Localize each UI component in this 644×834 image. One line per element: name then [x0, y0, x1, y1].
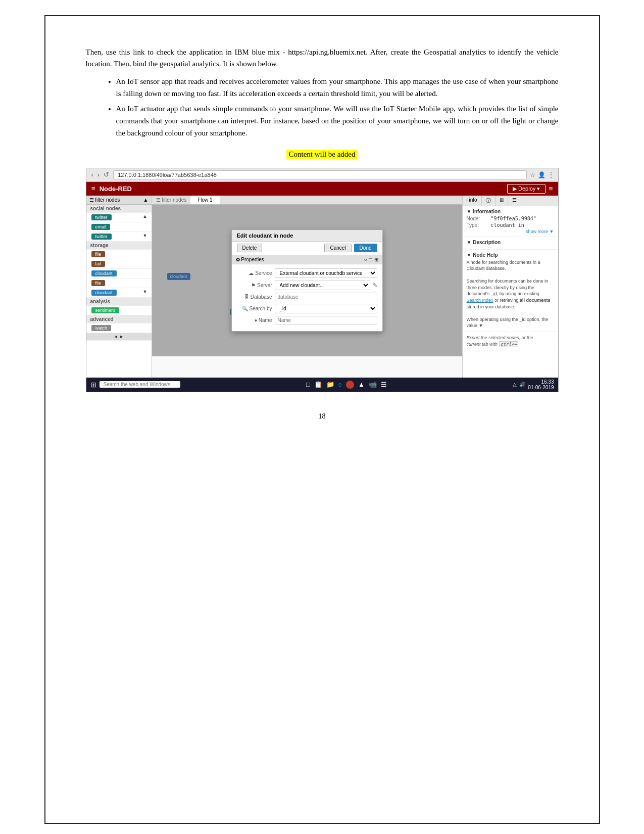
node-twitter-1[interactable]: twitter ▲: [86, 213, 152, 222]
modal-cancel-button[interactable]: Cancel: [324, 244, 351, 252]
collapse-icon[interactable]: ▲: [143, 197, 148, 203]
back-icon[interactable]: ‹: [90, 171, 94, 178]
settings-icon[interactable]: ⋮: [548, 171, 554, 178]
refresh-icon[interactable]: ↺: [103, 171, 110, 178]
browser-icons: ☆ 👤 ⋮: [530, 171, 554, 178]
modal-done-button[interactable]: Done: [354, 244, 377, 252]
taskbar-time: 16:33 01-06-2019: [528, 379, 554, 390]
address-bar[interactable]: 127.0.0.1:1880/49loa/77ab5638-e1a848: [113, 170, 526, 179]
tab-i[interactable]: i info: [463, 196, 482, 206]
node-email[interactable]: email: [86, 222, 152, 232]
node-twitter-2[interactable]: twitter ▼: [86, 232, 152, 242]
server-select[interactable]: Add new cloudant...: [275, 281, 370, 290]
server-edit-icon[interactable]: ✎: [373, 282, 377, 289]
props-label: ✿ Properties: [236, 257, 264, 262]
bookmark-icon[interactable]: ☆: [530, 171, 535, 178]
nodered-menu-icon[interactable]: ≡: [549, 184, 553, 193]
time-display: 16:33: [528, 379, 554, 385]
modal-header: Edit cloudant in node: [232, 230, 382, 242]
nodered-back-icon: ≡: [91, 184, 95, 193]
taskbar-clipboard-icon[interactable]: 📋: [314, 381, 322, 388]
service-label: ☁ Service: [237, 270, 272, 276]
edit-modal: Edit cloudant in node Delete Cancel Done…: [231, 229, 383, 332]
info-node-label: Node:: [467, 216, 487, 221]
taskbar-right: △ 🔊 16:33 01-06-2019: [513, 379, 554, 390]
bullet-item-1: An IoT sensor app that reads and receive…: [116, 75, 559, 100]
node-file-2[interactable]: file: [86, 279, 152, 288]
category-social: social nodes: [86, 205, 152, 213]
tab-info[interactable]: ⓘ: [482, 196, 496, 206]
modal-delete-button[interactable]: Delete: [237, 244, 263, 252]
category-advanced: advanced: [86, 315, 152, 323]
tab-list[interactable]: ☰: [508, 196, 521, 206]
database-field-row: 🗄 Database: [237, 293, 377, 301]
node-cloudant-1[interactable]: cloudant: [86, 269, 152, 279]
service-select[interactable]: External cloudant or couchdb service: [275, 268, 377, 278]
modal-body: ☁ Service External cloudant or couchdb s…: [232, 264, 382, 331]
show-more-link[interactable]: show more ▼: [526, 229, 554, 234]
taskbar-video-icon[interactable]: 📹: [369, 381, 377, 388]
info-type-row: Type: cloudant in: [467, 222, 554, 228]
nodered-header: ≡ Node-RED ▶ Deploy ▾ ≡: [86, 182, 558, 196]
name-label: ♦ Name: [237, 317, 272, 323]
searchby-field-row: 🔍 Search by _id: [237, 304, 377, 313]
node-sentiment[interactable]: sentiment: [86, 306, 152, 315]
taskbar-menu-icon[interactable]: ☰: [381, 381, 387, 388]
searchby-label: 🔍 Search by: [237, 306, 272, 311]
taskbar-triangle-icon[interactable]: ▲: [358, 381, 365, 388]
taskbar-folder-icon[interactable]: 📁: [326, 381, 334, 388]
placeholder-text: Content will be added: [286, 150, 357, 159]
left-panel-header: ☰ filter nodes ▲: [86, 196, 152, 205]
browser-bar: ‹ › ↺ 127.0.0.1:1880/49loa/77ab5638-e1a8…: [86, 168, 558, 182]
node-tail[interactable]: tail: [86, 259, 152, 269]
taskbar-circle-icon[interactable]: [346, 381, 354, 389]
server-label: ⚑ Server: [237, 283, 272, 288]
info-nodehelp-title[interactable]: ▼ Node Help: [467, 252, 554, 258]
canvas-tab-bar: ☰ filter nodes Flow 1: [152, 196, 462, 205]
bullet-item-2: An IoT actuator app that sends simple co…: [116, 103, 559, 139]
info-description-title[interactable]: ▼ Description: [467, 240, 554, 245]
info-section-information: ▼ Information Node: "9f0ffea5.9984" Type…: [463, 206, 558, 237]
tab-grid[interactable]: ⊞: [496, 196, 508, 206]
browser-nav: ‹ › ↺: [90, 171, 111, 178]
forward-icon[interactable]: ›: [96, 171, 101, 178]
intro-paragraph: Then, use this link to check the applica…: [86, 47, 559, 70]
info-type-label: Type:: [467, 222, 487, 228]
database-label: 🗄 Database: [237, 294, 272, 300]
canvas-filter-icon: ☰ filter nodes: [152, 196, 191, 204]
windows-icon[interactable]: ⊞: [90, 381, 96, 389]
info-section-description: ▼ Description: [463, 237, 558, 250]
panel-scroll[interactable]: ◄ ►: [86, 333, 152, 341]
screenshot: ‹ › ↺ 127.0.0.1:1880/49loa/77ab5638-e1a8…: [86, 168, 559, 392]
user-icon[interactable]: 👤: [538, 171, 546, 178]
category-analysis: analysis: [86, 298, 152, 306]
taskbar-volume-icon[interactable]: 🔊: [519, 382, 525, 387]
name-field-row: ♦ Name: [237, 316, 377, 325]
left-panel: ☰ filter nodes ▲ social nodes twitter ▲ …: [86, 196, 152, 378]
taskbar-task-icon[interactable]: □: [306, 381, 310, 388]
filter-label: ☰ filter nodes: [89, 197, 120, 203]
bullet-list: An IoT sensor app that reads and receive…: [116, 75, 559, 139]
node-file-1[interactable]: file: [86, 250, 152, 259]
canvas-tab-flow1[interactable]: Flow 1: [190, 196, 220, 204]
service-field-row: ☁ Service External cloudant or couchdb s…: [237, 268, 377, 278]
info-information-title[interactable]: ▼ Information: [467, 209, 554, 214]
taskbar-edge-icon[interactable]: e: [338, 381, 342, 388]
info-node-value: "9f0ffea5.9984": [491, 216, 536, 221]
deploy-button[interactable]: ▶ Deploy ▾: [507, 184, 546, 194]
database-input[interactable]: [275, 293, 377, 301]
node-watch[interactable]: watch: [86, 323, 152, 333]
taskbar-search-input[interactable]: [100, 381, 180, 388]
taskbar-notification-icon[interactable]: △: [513, 382, 517, 387]
category-storage: storage: [86, 242, 152, 250]
date-display: 01-06-2019: [528, 385, 554, 390]
canvas-area: cloudant ▶ cloudant Edit cloudant in nod…: [152, 205, 462, 356]
searchby-select[interactable]: _id: [275, 304, 377, 313]
node-cloudant-2[interactable]: cloudant ▼: [86, 288, 152, 298]
props-toggle[interactable]: ✿ Properties ○ □ ⊞: [232, 255, 382, 264]
name-input[interactable]: [275, 316, 377, 325]
nodered-title: Node-RED: [100, 185, 132, 193]
right-panel-tabs: i info ⓘ ⊞ ☰: [463, 196, 558, 206]
props-grid-icon: ⊞: [374, 257, 378, 262]
taskbar: ⊞ □ 📋 📁 e ▲ 📹 ☰ △ 🔊 16:33: [86, 378, 558, 392]
